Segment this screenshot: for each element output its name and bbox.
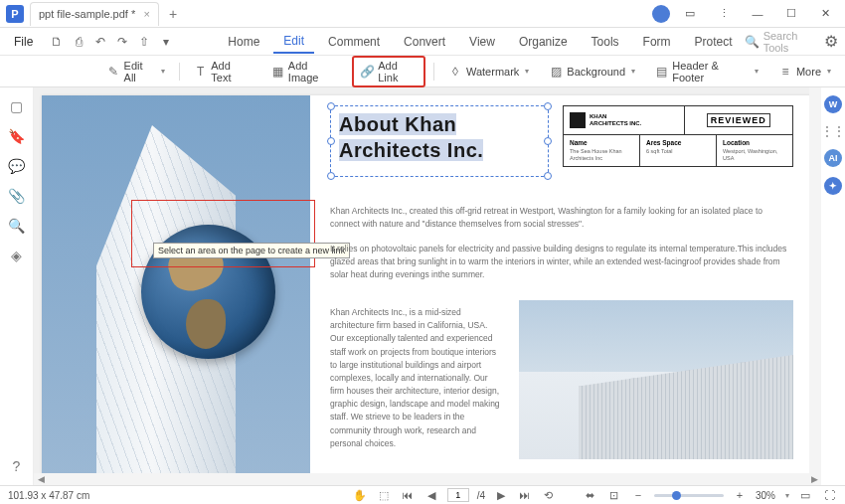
bookmarks-icon[interactable]: 🔖 bbox=[8, 127, 26, 145]
paragraph-2: It relies on photovoltaic panels for ele… bbox=[330, 243, 793, 282]
tab-edit[interactable]: Edit bbox=[273, 30, 314, 54]
paragraph-3: Khan Architects Inc., is a mid-sized arc… bbox=[330, 306, 501, 450]
add-image-button[interactable]: ▦Add Image bbox=[265, 57, 345, 86]
pencil-icon: ✎ bbox=[107, 65, 120, 79]
share-icon[interactable]: ⇧ bbox=[134, 32, 154, 52]
print-icon[interactable]: ⎙ bbox=[69, 32, 88, 52]
document-canvas[interactable]: Select an area on the page to create a n… bbox=[34, 87, 821, 485]
tab-organize[interactable]: Organize bbox=[509, 31, 578, 53]
more-icon: ≡ bbox=[778, 65, 792, 79]
thumbnails-icon[interactable]: ▢ bbox=[8, 97, 26, 115]
tab-tools[interactable]: Tools bbox=[582, 31, 629, 53]
chat-icon[interactable]: ▭ bbox=[676, 1, 704, 27]
close-tab-icon[interactable]: × bbox=[144, 8, 150, 20]
khan-logo-icon bbox=[570, 112, 586, 128]
more-button[interactable]: ≡More▾ bbox=[772, 62, 837, 82]
close-window-button[interactable]: ✕ bbox=[811, 1, 839, 27]
watermark-icon: ◊ bbox=[448, 65, 462, 79]
background-icon: ▨ bbox=[549, 65, 563, 79]
paragraph-1: Khan Architects Inc., created this off-g… bbox=[330, 205, 793, 231]
document-tab[interactable]: ppt file-sample.pdf * × bbox=[30, 2, 159, 26]
next-page-icon[interactable]: ▶ bbox=[493, 487, 509, 503]
horizontal-scrollbar[interactable]: ◀ ▶ bbox=[34, 473, 821, 485]
edit-all-button[interactable]: ✎Edit All▾ bbox=[101, 57, 172, 86]
assist-badge[interactable]: ✦ bbox=[824, 177, 842, 195]
layers-icon[interactable]: ◈ bbox=[8, 247, 26, 264]
zoom-slider[interactable] bbox=[654, 494, 724, 497]
word-export-badge[interactable]: W bbox=[824, 95, 842, 113]
chevron-down-icon[interactable]: ▾ bbox=[156, 32, 176, 52]
page-total: /4 bbox=[477, 490, 485, 501]
tab-title: ppt file-sample.pdf * bbox=[39, 8, 135, 20]
fullscreen-icon[interactable]: ⛶ bbox=[821, 487, 837, 503]
page: Select an area on the page to create a n… bbox=[42, 95, 811, 477]
title-text-box[interactable]: About KhanArchitects Inc. bbox=[330, 105, 549, 177]
image-icon: ▦ bbox=[271, 65, 284, 79]
add-link-button[interactable]: 🔗Add Link bbox=[352, 56, 425, 87]
link-tooltip: Select an area on the page to create a n… bbox=[153, 243, 350, 258]
tab-form[interactable]: Form bbox=[633, 31, 681, 53]
search-icon: 🔍 bbox=[745, 35, 760, 49]
first-page-icon[interactable]: ⏮ bbox=[400, 487, 416, 503]
zoom-level: 30% bbox=[756, 490, 775, 501]
last-page-icon[interactable]: ⏭ bbox=[517, 487, 533, 503]
maximize-button[interactable]: ☐ bbox=[777, 1, 805, 27]
tab-comment[interactable]: Comment bbox=[318, 31, 390, 53]
search-panel-icon[interactable]: 🔍 bbox=[8, 217, 26, 235]
page-number-input[interactable] bbox=[447, 488, 469, 502]
zoom-in-icon[interactable]: + bbox=[732, 487, 748, 503]
zoom-out-icon[interactable]: − bbox=[630, 487, 646, 503]
link-icon: 🔗 bbox=[360, 65, 374, 79]
file-menu[interactable]: File bbox=[6, 33, 41, 51]
info-box: KHANARCHITECTS INC. REVIEWED NameThe Sea… bbox=[563, 105, 793, 167]
reading-mode-icon[interactable]: ▭ bbox=[797, 487, 813, 503]
watermark-button[interactable]: ◊Watermark▾ bbox=[442, 62, 535, 82]
scroll-right-icon[interactable]: ▶ bbox=[807, 474, 821, 484]
fit-page-icon[interactable]: ⊡ bbox=[606, 487, 622, 503]
adjust-icon[interactable]: ⋮⋮ bbox=[825, 123, 841, 139]
redo-icon[interactable]: ↷ bbox=[112, 32, 132, 52]
add-text-button[interactable]: TAdd Text bbox=[188, 57, 257, 86]
minimize-button[interactable]: — bbox=[744, 1, 771, 27]
ai-badge[interactable]: AI bbox=[824, 149, 842, 167]
undo-icon[interactable]: ↶ bbox=[90, 32, 110, 52]
prev-page-icon[interactable]: ◀ bbox=[423, 487, 439, 503]
settings-icon[interactable]: ⚙ bbox=[822, 32, 839, 52]
document-title: About KhanArchitects Inc. bbox=[339, 112, 540, 163]
save-icon[interactable]: 🗋 bbox=[47, 32, 67, 52]
building-photo bbox=[519, 300, 793, 459]
help-icon[interactable]: ? bbox=[8, 457, 26, 475]
reviewed-stamp: REVIEWED bbox=[685, 106, 793, 134]
cursor-coords: 101.93 x 47.87 cm bbox=[8, 490, 89, 501]
app-icon: P bbox=[6, 5, 24, 23]
background-button[interactable]: ▨Background▾ bbox=[543, 62, 641, 82]
header-footer-icon: ▤ bbox=[655, 65, 668, 79]
vertical-scrollbar[interactable] bbox=[809, 87, 821, 473]
tab-view[interactable]: View bbox=[459, 31, 505, 53]
header-footer-button[interactable]: ▤Header & Footer▾ bbox=[649, 57, 764, 86]
search-tools[interactable]: 🔍 Search Tools bbox=[745, 30, 813, 54]
user-avatar[interactable] bbox=[652, 5, 670, 23]
tab-home[interactable]: Home bbox=[218, 31, 269, 53]
tab-protect[interactable]: Protect bbox=[685, 31, 743, 53]
scroll-left-icon[interactable]: ◀ bbox=[34, 474, 48, 484]
comments-icon[interactable]: 💬 bbox=[8, 157, 26, 175]
tab-convert[interactable]: Convert bbox=[394, 31, 455, 53]
fit-width-icon[interactable]: ⬌ bbox=[583, 487, 598, 503]
attachments-icon[interactable]: 📎 bbox=[8, 187, 26, 205]
rotate-icon[interactable]: ⟲ bbox=[541, 487, 557, 503]
menu-dots-icon[interactable]: ⋮ bbox=[710, 1, 738, 27]
select-tool-icon[interactable]: ⬚ bbox=[376, 487, 392, 503]
new-tab-button[interactable]: + bbox=[163, 4, 183, 24]
hand-tool-icon[interactable]: ✋ bbox=[352, 487, 368, 503]
text-icon: T bbox=[194, 65, 207, 79]
